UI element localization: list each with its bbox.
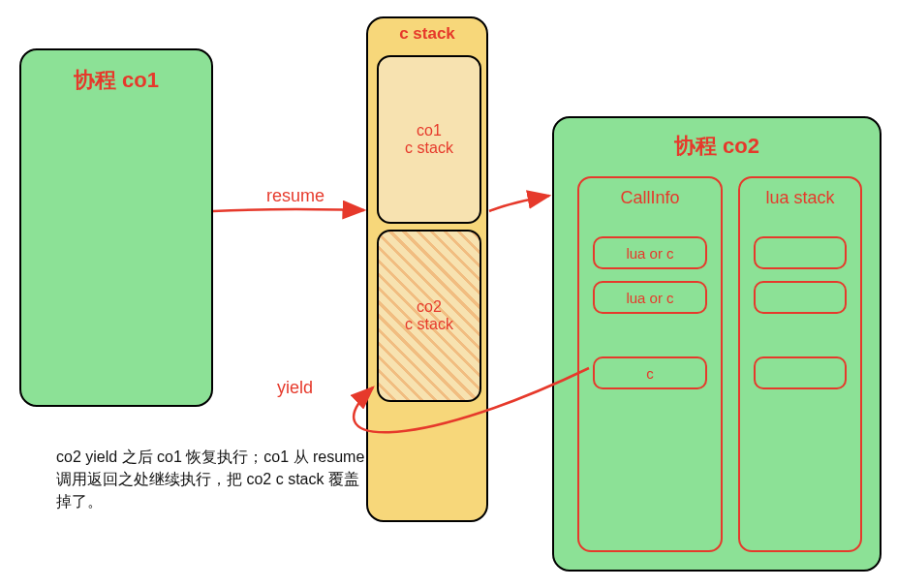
resume-label: resume [266,186,325,206]
callinfo-frame: CallInfo lua or c lua or c c [577,176,723,552]
callinfo-slot-2: c [593,356,707,389]
c-stack-title: c stack [368,24,486,44]
co1-title: 协程 co1 [21,66,211,95]
callinfo-slot-0: lua or c [593,236,707,269]
luastack-slot-2 [754,356,847,389]
co2-c-stack-block: co2 c stack [377,230,481,402]
co2-title: 协程 co2 [554,132,880,161]
luastack-frame: lua stack [738,176,862,552]
luastack-slot-0 [754,236,847,269]
co2-box: 协程 co2 CallInfo lua or c lua or c c lua … [552,116,882,572]
resume-arrow-right [489,196,549,211]
co1-box: 协程 co1 [19,48,213,407]
callinfo-header: CallInfo [579,188,721,208]
resume-arrow-left [213,209,364,211]
luastack-header: lua stack [740,188,860,208]
diagram-caption: co2 yield 之后 co1 恢复执行；co1 从 resume 调用返回之… [56,446,366,513]
callinfo-slot-1: lua or c [593,281,707,314]
co1-c-stack-block: co1 c stack [377,55,481,224]
luastack-slot-1 [754,281,847,314]
c-stack-column: c stack co1 c stack co2 c stack [366,16,488,522]
yield-label: yield [277,378,313,398]
